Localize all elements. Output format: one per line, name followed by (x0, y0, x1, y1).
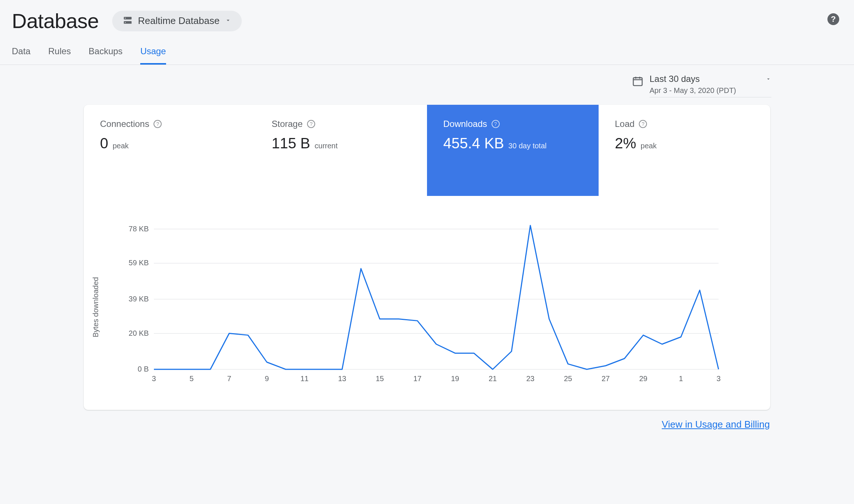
svg-text:3: 3 (152, 374, 156, 383)
svg-text:1: 1 (679, 374, 683, 383)
view-usage-billing-link[interactable]: View in Usage and Billing (662, 419, 770, 430)
svg-text:59 KB: 59 KB (129, 259, 149, 267)
svg-text:23: 23 (526, 374, 534, 383)
metric-downloads[interactable]: Downloads ? 455.4 KB 30 day total (427, 105, 599, 196)
help-icon[interactable]: ? (639, 120, 647, 128)
metric-load[interactable]: Load ? 2% peak (599, 105, 770, 196)
tab-data[interactable]: Data (12, 46, 31, 65)
database-selector-dropdown[interactable]: Realtime Database (112, 11, 242, 31)
svg-point-3 (125, 22, 125, 23)
downloads-chart: Bytes downloaded 0 B20 KB39 KB59 KB78 KB… (84, 196, 770, 410)
date-range-selector[interactable]: Last 30 days Apr 3 - May 3, 2020 (PDT) (650, 74, 771, 97)
svg-text:78 KB: 78 KB (129, 225, 149, 233)
svg-text:15: 15 (376, 374, 384, 383)
svg-text:39 KB: 39 KB (129, 295, 149, 303)
metric-load-sub: peak (641, 142, 657, 150)
metric-connections-label: Connections (100, 119, 149, 129)
chevron-down-icon (225, 17, 231, 25)
help-icon[interactable]: ? (827, 13, 839, 25)
metric-storage-sub: current (315, 142, 338, 150)
metric-connections-sub: peak (113, 142, 128, 150)
tab-usage[interactable]: Usage (140, 46, 166, 65)
svg-text:13: 13 (338, 374, 346, 383)
svg-text:25: 25 (564, 374, 572, 383)
svg-text:17: 17 (413, 374, 421, 383)
svg-text:7: 7 (227, 374, 231, 383)
metric-downloads-label: Downloads (443, 119, 487, 129)
svg-text:3: 3 (716, 374, 720, 383)
metric-storage-label: Storage (272, 119, 303, 129)
metric-connections-value: 0 (100, 135, 108, 152)
svg-text:29: 29 (639, 374, 647, 383)
metric-storage[interactable]: Storage ? 115 B current (255, 105, 427, 196)
svg-text:20 KB: 20 KB (129, 329, 149, 337)
help-icon[interactable]: ? (154, 120, 162, 128)
svg-text:9: 9 (265, 374, 269, 383)
chart-y-axis-label: Bytes downloaded (92, 277, 100, 337)
metric-load-label: Load (615, 119, 634, 129)
calendar-icon (632, 75, 644, 89)
date-range-subtext: Apr 3 - May 3, 2020 (PDT) (650, 86, 771, 95)
svg-text:21: 21 (489, 374, 497, 383)
svg-text:0 B: 0 B (138, 365, 149, 373)
svg-text:11: 11 (300, 374, 309, 383)
tab-backups[interactable]: Backups (89, 46, 123, 65)
chevron-down-icon (765, 74, 771, 84)
date-range-label: Last 30 days (650, 74, 700, 84)
svg-rect-4 (633, 78, 642, 86)
svg-text:5: 5 (189, 374, 193, 383)
metric-load-value: 2% (615, 135, 636, 152)
metric-storage-value: 115 B (272, 135, 310, 152)
svg-text:27: 27 (602, 374, 610, 383)
svg-text:19: 19 (451, 374, 459, 383)
page-title: Database (12, 9, 99, 33)
tab-rules[interactable]: Rules (48, 46, 71, 65)
help-icon[interactable]: ? (492, 120, 500, 128)
svg-point-2 (125, 18, 125, 18)
metric-downloads-value: 455.4 KB (443, 135, 504, 152)
metric-connections[interactable]: Connections ? 0 peak (84, 105, 255, 196)
help-icon[interactable]: ? (307, 120, 315, 128)
metric-downloads-sub: 30 day total (509, 142, 547, 150)
usage-card: Connections ? 0 peak Storage ? 115 B cur… (84, 105, 770, 410)
database-stack-icon (123, 15, 133, 27)
database-selector-label: Realtime Database (138, 15, 220, 27)
tab-bar: Data Rules Backups Usage (0, 37, 854, 65)
